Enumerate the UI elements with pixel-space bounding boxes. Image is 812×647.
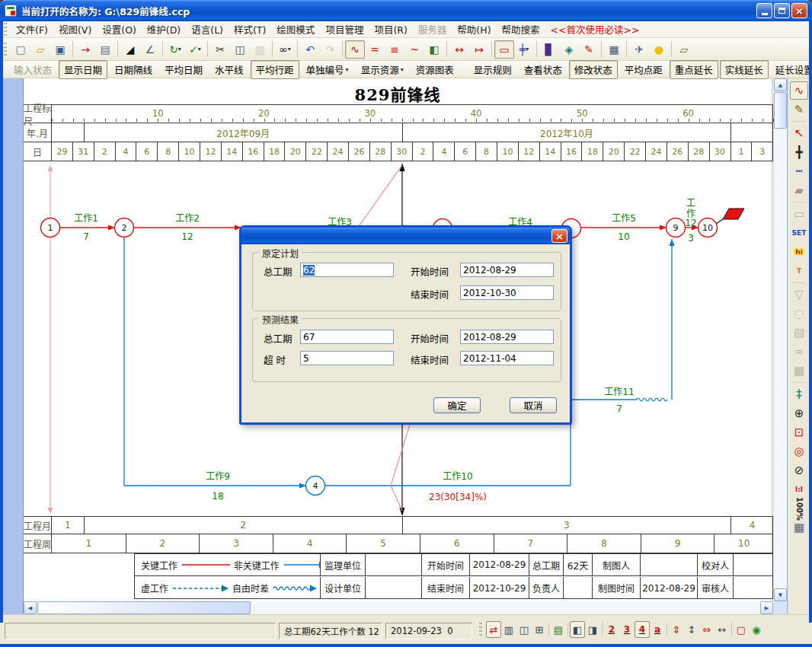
red-rule-button[interactable]: =: [365, 40, 385, 59]
contrast-button[interactable]: ◢: [120, 40, 140, 59]
status-grip[interactable]: [479, 623, 482, 636]
page-prev-button[interactable]: ◧: [570, 621, 585, 638]
toolbar-button-显示资源[interactable]: 显示资源▾: [356, 60, 409, 79]
text-tool-button[interactable]: T: [790, 262, 808, 280]
toolbar-button-日期隔线[interactable]: 日期隔线: [109, 60, 158, 79]
toolbar-button-查看状态[interactable]: 查看状态: [519, 60, 567, 79]
slope-lines-button[interactable]: ∠: [140, 40, 160, 59]
scroll-down-button[interactable]: ▼: [774, 588, 787, 601]
toolbar-grip[interactable]: [4, 43, 7, 56]
stat-table-button[interactable]: ◧: [424, 40, 444, 59]
forecast-end-input[interactable]: 2012-11-04: [460, 351, 554, 365]
toolbar-button-实线延长[interactable]: 实线延长: [720, 60, 769, 79]
red-curve-button[interactable]: ~: [404, 40, 424, 59]
highlight-button[interactable]: hi: [790, 243, 808, 261]
rows-2-button[interactable]: 2: [604, 621, 619, 638]
cut-button[interactable]: ✂: [210, 40, 230, 59]
view-split-button[interactable]: ◫: [516, 621, 532, 638]
minimize-button[interactable]: [756, 3, 772, 18]
row-shrink-button[interactable]: ↕: [684, 621, 699, 638]
overtime-input[interactable]: 5: [300, 351, 394, 365]
node-frames-button[interactable]: ≡: [385, 40, 404, 59]
free-float-wavy-line[interactable]: [637, 398, 667, 401]
forecast-duration-input[interactable]: 67: [300, 330, 394, 344]
rows-3-button[interactable]: 3: [619, 621, 635, 638]
menu-item-7[interactable]: 项目管理: [320, 20, 369, 39]
start-date-input[interactable]: 2012-08-29: [460, 263, 554, 277]
h-span-button[interactable]: ↔: [449, 40, 469, 59]
align-mid-button[interactable]: ╪▾: [514, 40, 534, 59]
zoom-center-button[interactable]: ◎: [790, 442, 808, 461]
resources-button[interactable]: ◈: [559, 40, 579, 59]
horizontal-scrollbar[interactable]: ◀ ▶: [24, 601, 773, 614]
col-expand-button[interactable]: ⇔: [699, 621, 714, 638]
menu-item-2[interactable]: 设置(O): [97, 20, 142, 39]
print-button[interactable]: ▤: [551, 621, 566, 638]
copy-button[interactable]: ◫: [230, 40, 250, 59]
toolbar-button-水平线[interactable]: 水平线: [209, 60, 249, 79]
h-span-add-button[interactable]: ↦: [469, 40, 489, 59]
view-columns-button[interactable]: ▥: [501, 621, 516, 638]
print-preview-button[interactable]: ▤: [95, 40, 115, 59]
check-button[interactable]: ✓▾: [185, 40, 205, 59]
annotate-button[interactable]: ✎: [790, 100, 808, 119]
frontline-tool-button[interactable]: ∿: [790, 81, 808, 100]
export-button[interactable]: →: [75, 40, 95, 59]
ok-button[interactable]: 确定: [433, 397, 481, 413]
calculator-button[interactable]: ▦: [790, 518, 808, 537]
menu-item-10[interactable]: 帮助(H): [452, 20, 496, 39]
find-button[interactable]: ∞▾: [275, 40, 295, 59]
set-brush-button[interactable]: SET: [790, 224, 808, 242]
horizontal-scroll-thumb[interactable]: [37, 601, 251, 614]
vertical-scroll-thumb[interactable]: [774, 92, 787, 129]
menu-item-8[interactable]: 项目(R): [369, 20, 412, 39]
undo-button[interactable]: ↶: [300, 40, 320, 59]
zoom-in-button[interactable]: ⊕: [790, 404, 808, 422]
region-frame-button[interactable]: ▢: [734, 621, 749, 638]
close-button[interactable]: ×: [791, 3, 807, 18]
toolbar-button-资源图表[interactable]: 资源图表: [411, 60, 459, 79]
edit-note-button[interactable]: ✎: [579, 40, 599, 59]
cancel-button[interactable]: 取消: [510, 397, 557, 413]
bulb-button[interactable]: ●: [649, 40, 669, 59]
locate-button[interactable]: ◉: [749, 621, 764, 638]
new-button[interactable]: ▢: [11, 40, 30, 59]
frontline-mode-button[interactable]: ∿: [345, 40, 365, 59]
date-range-button[interactable]: ▭: [494, 40, 514, 59]
zoom-100-button[interactable]: 100%: [790, 499, 808, 518]
toolbar-button-单独编号[interactable]: 单独编号▾: [301, 60, 354, 79]
drawing-canvas[interactable]: 829前锋线 工程标尺102030405060年.月2012年09月2012年1…: [23, 78, 772, 614]
view-network-button[interactable]: ⇄: [486, 621, 501, 638]
toolbar-button-平均日期[interactable]: 平均日期: [159, 60, 208, 79]
menu-item-1[interactable]: 视图(V): [53, 20, 97, 39]
restore-button[interactable]: [774, 3, 790, 18]
zoom-rect-button[interactable]: ⊡: [790, 423, 808, 441]
forecast-start-input[interactable]: 2012-08-29: [460, 330, 554, 344]
row-expand-button[interactable]: ⇕: [669, 621, 684, 638]
scroll-up-button[interactable]: ▲: [774, 78, 787, 91]
scroll-right-button[interactable]: ▶: [760, 601, 773, 614]
menubar-grip[interactable]: [4, 23, 7, 37]
refresh-button[interactable]: ↻▾: [165, 40, 185, 59]
res-bars-button[interactable]: ▊: [539, 40, 559, 59]
ratio-button[interactable]: l:l: [790, 480, 808, 499]
calendar-button[interactable]: ▦: [604, 40, 624, 59]
menu-item-5[interactable]: 样式(T): [229, 20, 271, 39]
menu-item-4[interactable]: 语言(L): [186, 20, 229, 39]
menu-item-12[interactable]: <<首次使用必读>>: [545, 20, 645, 39]
magic-pen-button[interactable]: ‡: [790, 385, 808, 403]
page-next-button[interactable]: ◨: [585, 621, 600, 638]
toolbar-button-延长设置[interactable]: 延长设置▾: [770, 60, 812, 79]
titlebar[interactable]: 当前打开的名称为: G:\829前锋线.ccp ×: [0, 0, 812, 21]
col-shrink-button[interactable]: ↔: [714, 621, 730, 638]
toolbar-button-平均点距[interactable]: 平均点距: [619, 60, 668, 79]
connector-button[interactable]: ┅: [790, 162, 808, 180]
menu-item-11[interactable]: 帮助搜索: [497, 20, 545, 39]
dialog-close-button[interactable]: ×: [551, 229, 567, 243]
rows-4-button[interactable]: 4: [635, 621, 650, 638]
view-tree-button[interactable]: ⊞: [532, 621, 547, 638]
toolbar-button-平均行距[interactable]: 平均行距: [251, 60, 299, 79]
end-date-input[interactable]: 2012-10-30: [460, 285, 554, 300]
total-duration-input[interactable]: 62: [300, 263, 394, 277]
scroll-left-button[interactable]: ◀: [24, 601, 37, 614]
